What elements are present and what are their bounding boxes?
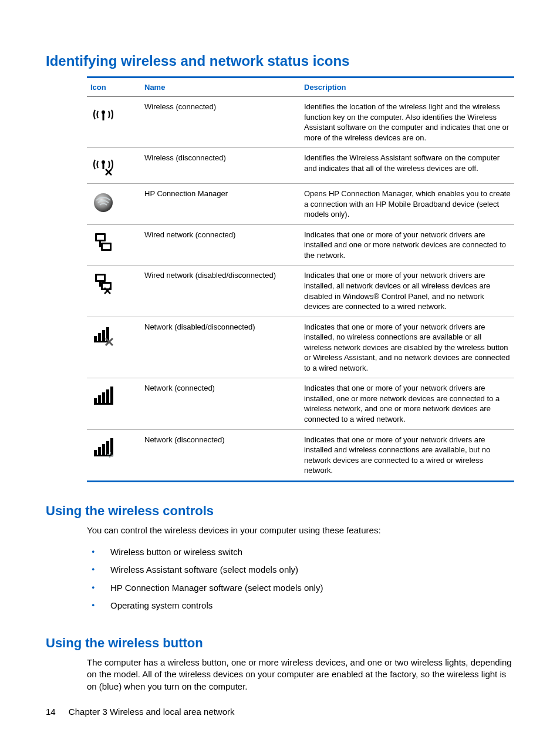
svg-rect-27 bbox=[94, 398, 97, 403]
name-cell: Network (disabled/disconnected) bbox=[141, 317, 301, 378]
name-cell: HP Connection Manager bbox=[141, 184, 301, 225]
desc-cell: Indicates that one or more of your netwo… bbox=[301, 378, 514, 429]
button-paragraph: The computer has a wireless button, one … bbox=[87, 657, 514, 693]
table-row: Wired network (disabled/disconnected) In… bbox=[87, 266, 514, 317]
name-cell: Wired network (connected) bbox=[141, 224, 301, 266]
svg-rect-21 bbox=[98, 333, 101, 341]
table-row: Network (connected) Indicates that one o… bbox=[87, 378, 514, 429]
desc-cell: Indicates that one or more of your netwo… bbox=[301, 429, 514, 481]
network-disabled-icon bbox=[90, 322, 116, 348]
svg-point-40 bbox=[110, 452, 111, 453]
list-item: Wireless button or wireless switch bbox=[87, 543, 514, 561]
table-row: Wired network (connected) Indicates that… bbox=[87, 224, 514, 266]
page-number: 14 bbox=[46, 707, 56, 717]
controls-intro-text: You can control the wireless devices in … bbox=[87, 525, 514, 536]
icon-cell bbox=[87, 266, 141, 317]
name-cell: Wired network (disabled/disconnected) bbox=[141, 266, 301, 317]
svg-rect-22 bbox=[102, 330, 105, 341]
svg-rect-37 bbox=[110, 438, 113, 455]
svg-rect-31 bbox=[110, 387, 113, 403]
svg-rect-14 bbox=[97, 275, 104, 280]
icon-cell bbox=[87, 224, 141, 266]
name-cell: Network (connected) bbox=[141, 378, 301, 429]
wireless-connected-icon bbox=[90, 102, 116, 127]
table-row: Wireless (disconnected) Identifies the W… bbox=[87, 148, 514, 184]
th-icon: Icon bbox=[87, 78, 141, 97]
svg-rect-30 bbox=[106, 389, 109, 403]
page-footer: 14 Chapter 3 Wireless and local area net… bbox=[46, 707, 235, 717]
icon-cell bbox=[87, 97, 141, 148]
desc-cell: Identifies the location of the wireless … bbox=[301, 97, 514, 148]
heading-identifying: Identifying wireless and network status … bbox=[46, 53, 514, 69]
th-name: Name bbox=[141, 78, 301, 97]
svg-point-42 bbox=[109, 456, 110, 457]
network-disconnected-icon bbox=[90, 435, 116, 461]
icon-cell bbox=[87, 184, 141, 225]
svg-rect-10 bbox=[103, 244, 110, 249]
th-desc: Description bbox=[301, 78, 514, 97]
wireless-disconnected-icon bbox=[90, 153, 116, 179]
icon-cell bbox=[87, 429, 141, 481]
svg-rect-28 bbox=[98, 395, 101, 403]
list-item: Wireless Assistant software (select mode… bbox=[87, 561, 514, 579]
svg-rect-16 bbox=[103, 284, 110, 288]
list-item: Operating system controls bbox=[87, 597, 514, 614]
svg-rect-3 bbox=[103, 162, 104, 169]
desc-cell: Indicates that one or more of your netwo… bbox=[301, 317, 514, 378]
table-row: Network (disconnected) Indicates that on… bbox=[87, 429, 514, 481]
svg-rect-32 bbox=[94, 403, 113, 405]
table-row: Network (disabled/disconnected) Indicate… bbox=[87, 317, 514, 378]
list-item: HP Connection Manager software (select m… bbox=[87, 579, 514, 597]
name-cell: Wireless (connected) bbox=[141, 97, 301, 148]
table-row: Wireless (connected) Identifies the loca… bbox=[87, 97, 514, 148]
hp-connection-manager-icon bbox=[90, 189, 116, 214]
svg-rect-12 bbox=[99, 246, 103, 247]
svg-rect-36 bbox=[106, 441, 109, 455]
svg-rect-33 bbox=[94, 450, 97, 455]
desc-cell: Opens HP Connection Manager, which enabl… bbox=[301, 184, 514, 225]
heading-using-button: Using the wireless button bbox=[46, 636, 514, 651]
wired-network-disabled-icon bbox=[90, 270, 116, 296]
svg-rect-1 bbox=[103, 112, 104, 120]
svg-rect-24 bbox=[94, 341, 109, 342]
wired-network-connected-icon bbox=[90, 230, 116, 256]
svg-rect-17 bbox=[99, 282, 101, 287]
name-cell: Wireless (disconnected) bbox=[141, 148, 301, 184]
heading-using-controls: Using the wireless controls bbox=[46, 503, 514, 519]
controls-list: Wireless button or wireless switch Wirel… bbox=[87, 543, 514, 614]
table-row: HP Connection Manager Opens HP Connectio… bbox=[87, 184, 514, 225]
desc-cell: Indicates that one or more of your netwo… bbox=[301, 224, 514, 266]
name-cell: Network (disconnected) bbox=[141, 429, 301, 481]
document-page: Identifying wireless and network status … bbox=[0, 0, 560, 746]
svg-rect-38 bbox=[94, 455, 113, 456]
desc-cell: Identifies the Wireless Assistant softwa… bbox=[301, 148, 514, 184]
svg-rect-8 bbox=[97, 235, 104, 240]
icon-cell bbox=[87, 378, 141, 429]
chapter-label: Chapter 3 Wireless and local area networ… bbox=[69, 707, 235, 717]
icon-status-table: Icon Name Description bbox=[87, 76, 514, 482]
icon-cell bbox=[87, 148, 141, 184]
svg-rect-34 bbox=[98, 447, 101, 455]
svg-point-41 bbox=[112, 454, 113, 455]
network-connected-icon bbox=[90, 383, 116, 409]
svg-rect-20 bbox=[94, 336, 97, 341]
desc-cell: Indicates that one or more of your netwo… bbox=[301, 266, 514, 317]
icon-cell bbox=[87, 317, 141, 378]
svg-rect-35 bbox=[102, 444, 105, 455]
svg-point-6 bbox=[94, 193, 113, 212]
svg-rect-29 bbox=[102, 392, 105, 403]
svg-point-39 bbox=[107, 453, 109, 455]
